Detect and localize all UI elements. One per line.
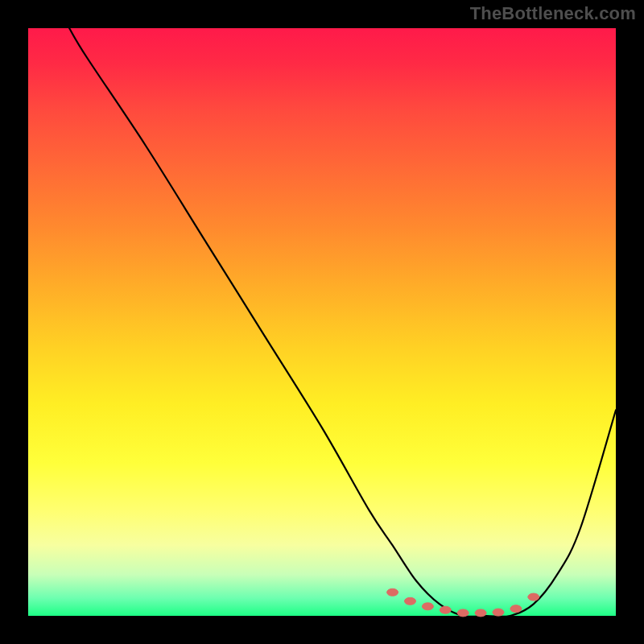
curve-marker — [457, 609, 469, 617]
chart-svg — [28, 28, 616, 616]
marker-group — [387, 588, 539, 617]
curve-marker — [475, 609, 486, 617]
curve-marker — [387, 588, 398, 596]
bottleneck-curve — [69, 28, 616, 617]
curve-marker — [493, 609, 504, 616]
curve-marker — [510, 605, 522, 613]
chart-frame: TheBottleneck.com — [0, 0, 644, 644]
curve-marker — [422, 603, 433, 610]
curve-marker — [440, 606, 451, 613]
plot-area — [28, 28, 616, 616]
curve-marker — [405, 597, 416, 605]
watermark-text: TheBottleneck.com — [470, 3, 636, 24]
curve-marker — [528, 593, 539, 601]
